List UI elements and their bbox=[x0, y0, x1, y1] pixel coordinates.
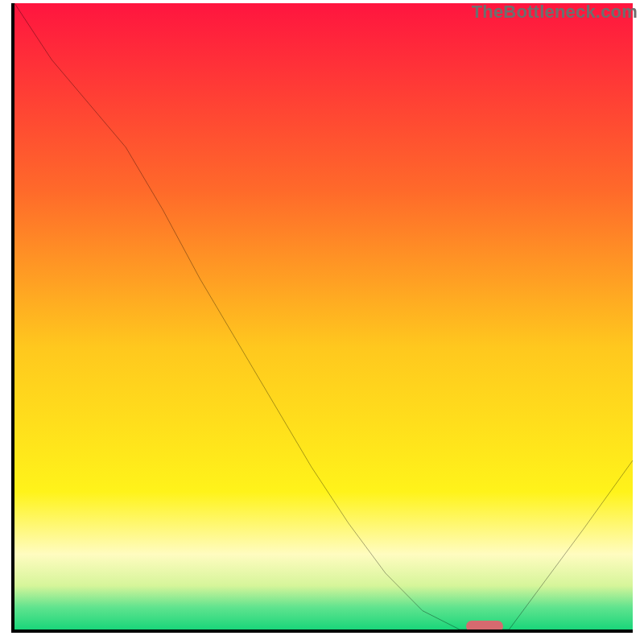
heat-gradient-background bbox=[14, 3, 633, 630]
chart-frame: TheBottleneck.com bbox=[0, 0, 644, 644]
plot-area bbox=[11, 3, 633, 633]
svg-rect-0 bbox=[14, 3, 633, 630]
watermark-text: TheBottleneck.com bbox=[472, 2, 638, 23]
